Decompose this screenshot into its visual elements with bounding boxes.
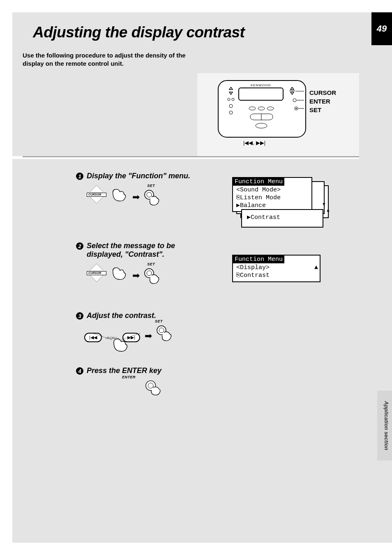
step-3: 3 Adjust the contrast. SET |◀◀ –P.CALL– … [76, 311, 191, 362]
prev-icon: |◀◀ [243, 140, 253, 146]
step-title: Press the ENTER key [87, 366, 161, 375]
lcd-line: <Sound Mode> [236, 187, 308, 194]
up-arrow-icon: ▲ [314, 264, 318, 272]
set-label: SET [147, 184, 155, 188]
lcd-line: ⎘Listen Mode [236, 194, 308, 202]
page-title: Adjusting the display contrast [33, 24, 244, 41]
lcd-line: ⎘Contrast [236, 272, 316, 280]
svg-point-10 [256, 123, 267, 128]
remote-bottom-icons: |◀◀, ▶▶| [243, 140, 265, 146]
step-2: 2 Select the message to be displayed, "C… [76, 242, 191, 292]
set-label: SET [147, 262, 155, 266]
svg-marker-0 [229, 87, 233, 90]
step-1: 1 Display the "Function" menu. CURSOR ➡ … [76, 172, 191, 214]
svg-point-5 [229, 111, 233, 114]
hand-icon [111, 265, 128, 281]
lcd-line: ▶Balance [236, 202, 308, 210]
hand-press-icon [145, 380, 162, 396]
callout-cursor: CURSOR [309, 89, 336, 96]
lcd-title: Function Menu [233, 178, 284, 186]
callout-enter: ENTER [309, 98, 330, 105]
side-tab-label: Application section [383, 401, 390, 450]
svg-point-8 [267, 107, 274, 110]
cursor-icon: CURSOR [84, 185, 109, 206]
svg-point-6 [249, 107, 256, 110]
remote-brand: KENWOOD [251, 83, 271, 87]
dash-lines [92, 332, 141, 342]
svg-point-16 [296, 108, 297, 109]
svg-point-25 [159, 328, 164, 333]
hand-press-icon [156, 325, 173, 341]
step-bullet: 3 [76, 312, 83, 320]
step-bullet: 1 [76, 173, 83, 180]
step-title: Display the "Function" menu. [87, 172, 190, 180]
up-arrow-icon: ▲ [326, 207, 330, 212]
step-bullet: 4 [76, 367, 83, 375]
svg-line-27 [121, 333, 140, 340]
svg-point-4 [229, 104, 233, 108]
page-number: 49 [377, 23, 387, 34]
lcd-title: Function Menu [233, 256, 284, 263]
svg-point-14 [293, 99, 296, 102]
hand-press-icon [144, 268, 161, 284]
cursor-icon: CURSOR [84, 264, 109, 284]
arrow-right-icon: ➡ [132, 192, 140, 203]
lcd-line: <Display>▲ [236, 264, 316, 272]
lcd-contrast-line: ▶Contrast [241, 209, 323, 228]
step-title: Select the message to be displayed, "Con… [87, 242, 191, 259]
grey-divider [23, 156, 359, 157]
lcd-screen-2: Function Menu <Display>▲ ⎘Contrast [232, 255, 321, 282]
svg-marker-12 [291, 92, 294, 94]
remote-controls-svg [224, 87, 306, 140]
svg-point-3 [232, 98, 234, 101]
set-label: SET [155, 319, 163, 323]
enter-label: ENTER [122, 375, 136, 379]
lcd-screen-1: Function Menu <Sound Mode> ⎘Listen Mode … [232, 177, 325, 212]
svg-point-29 [148, 383, 153, 388]
hand-icon [111, 186, 128, 203]
svg-point-21 [147, 192, 152, 197]
intro-text: Use the following procedure to adjust th… [23, 51, 208, 68]
svg-point-7 [258, 107, 265, 110]
svg-point-23 [147, 271, 152, 276]
arrow-right-icon: ➡ [132, 270, 140, 281]
svg-point-2 [228, 98, 230, 101]
step-title: Adjust the contrast. [87, 311, 156, 320]
down-arrow-icon: ▼ [322, 202, 326, 207]
next-icon: ▶▶| [256, 140, 265, 146]
step-bullet: 2 [76, 242, 83, 250]
hand-press-icon [144, 189, 161, 206]
page-number-tab: 49 [371, 12, 392, 45]
callout-set: SET [309, 106, 321, 113]
arrow-right-icon: ➡ [145, 331, 152, 341]
svg-marker-1 [229, 92, 233, 94]
svg-marker-11 [291, 87, 294, 90]
svg-line-26 [92, 333, 112, 340]
step-4: 4 Press the ENTER key ENTER [76, 366, 191, 413]
